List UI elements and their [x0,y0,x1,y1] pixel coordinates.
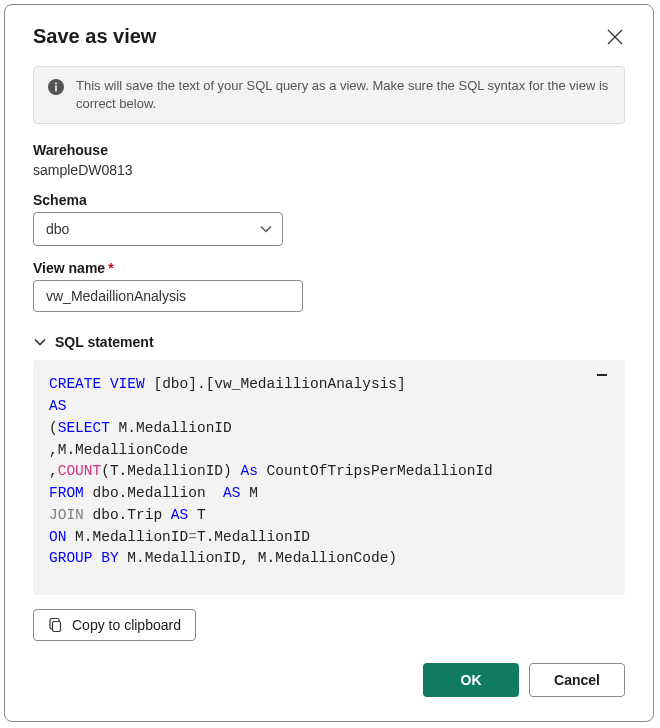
required-star: * [108,260,113,276]
warehouse-value: sampleDW0813 [33,162,625,178]
svg-rect-3 [55,86,57,92]
svg-rect-4 [55,82,57,84]
info-message: This will save the text of your SQL quer… [76,77,610,113]
close-icon[interactable] [605,27,625,47]
schema-value: dbo [46,221,69,237]
chevron-down-icon [33,335,47,349]
svg-rect-5 [53,622,61,632]
text-cursor [597,374,607,376]
copy-icon [48,617,64,633]
copy-to-clipboard-button[interactable]: Copy to clipboard [33,609,196,641]
view-name-label: View name* [33,260,625,276]
dialog-title: Save as view [33,25,156,48]
sql-section-toggle[interactable]: SQL statement [33,334,625,350]
sql-section-label: SQL statement [55,334,154,350]
footer-left: Copy to clipboard [33,609,625,641]
copy-button-label: Copy to clipboard [72,617,181,633]
ok-button[interactable]: OK [423,663,519,697]
save-as-view-dialog: Save as view This will save the text of … [4,4,654,722]
warehouse-label: Warehouse [33,142,625,158]
info-bar: This will save the text of your SQL quer… [33,66,625,124]
info-icon [48,79,64,95]
schema-label: Schema [33,192,625,208]
view-name-input[interactable] [33,280,303,312]
schema-select[interactable]: dbo [33,212,283,246]
cancel-button[interactable]: Cancel [529,663,625,697]
dialog-header: Save as view [33,25,625,48]
footer-right: OK Cancel [33,663,625,697]
sql-statement-box[interactable]: CREATE VIEW [dbo].[vw_MedaillionAnalysis… [33,360,625,595]
